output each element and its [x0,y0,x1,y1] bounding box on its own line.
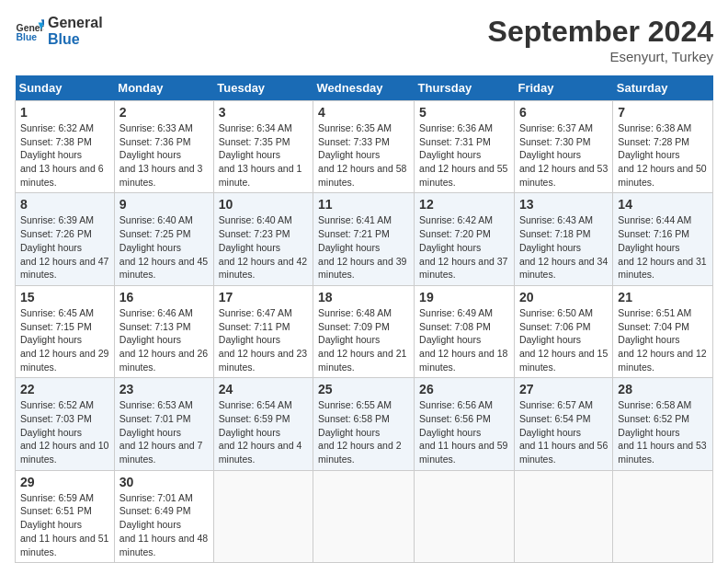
calendar-cell: 23 Sunrise: 6:53 AMSunset: 7:01 PMDaylig… [114,378,213,470]
day-number: 25 [318,382,409,396]
day-number: 27 [519,382,608,396]
day-of-week-monday: Monday [114,75,213,101]
day-info: Sunrise: 6:43 AMSunset: 7:18 PMDaylight … [519,213,608,281]
day-info: Sunrise: 6:53 AMSunset: 7:01 PMDaylight … [119,398,209,465]
day-info: Sunrise: 6:59 AMSunset: 6:51 PMDaylight … [20,491,109,558]
calendar-cell: 5 Sunrise: 6:36 AMSunset: 7:31 PMDayligh… [415,101,515,193]
calendar-cell: 26 Sunrise: 6:56 AMSunset: 6:56 PMDaylig… [415,378,515,470]
day-info: Sunrise: 6:32 AMSunset: 7:38 PMDaylight … [20,121,109,189]
calendar-cell [613,470,713,562]
day-number: 15 [20,290,109,304]
calendar-cell: 10 Sunrise: 6:40 AMSunset: 7:23 PMDaylig… [213,193,313,285]
day-number: 19 [419,290,509,304]
calendar-week-row: 22 Sunrise: 6:52 AMSunset: 7:03 PMDaylig… [16,378,713,470]
day-info: Sunrise: 6:38 AMSunset: 7:28 PMDaylight … [618,121,708,189]
day-info: Sunrise: 6:58 AMSunset: 6:52 PMDaylight … [618,398,708,465]
day-number: 29 [20,475,109,489]
day-info: Sunrise: 6:41 AMSunset: 7:21 PMDaylight … [318,213,409,281]
day-info: Sunrise: 6:46 AMSunset: 7:13 PMDaylight … [119,306,209,373]
day-number: 7 [618,105,708,120]
day-info: Sunrise: 6:40 AMSunset: 7:25 PMDaylight … [119,213,209,281]
calendar-cell: 3 Sunrise: 6:34 AMSunset: 7:35 PMDayligh… [213,101,313,193]
day-number: 10 [219,197,308,212]
day-info: Sunrise: 6:39 AMSunset: 7:26 PMDaylight … [20,213,109,281]
day-info: Sunrise: 6:48 AMSunset: 7:09 PMDaylight … [318,306,409,373]
calendar-cell [313,470,415,562]
calendar-cell: 12 Sunrise: 6:42 AMSunset: 7:20 PMDaylig… [415,193,515,285]
calendar-cell: 17 Sunrise: 6:47 AMSunset: 7:11 PMDaylig… [213,285,313,377]
calendar-cell: 6 Sunrise: 6:37 AMSunset: 7:30 PMDayligh… [514,101,612,193]
day-info: Sunrise: 6:54 AMSunset: 6:59 PMDaylight … [219,398,308,465]
day-number: 4 [318,105,409,120]
day-number: 13 [519,197,608,212]
calendar-week-row: 29 Sunrise: 6:59 AMSunset: 6:51 PMDaylig… [16,470,713,562]
day-info: Sunrise: 6:40 AMSunset: 7:23 PMDaylight … [219,213,308,281]
day-of-week-saturday: Saturday [613,75,713,101]
day-info: Sunrise: 7:01 AMSunset: 6:49 PMDaylight … [119,491,209,558]
day-number: 21 [618,290,708,304]
day-number: 11 [318,197,409,212]
day-number: 2 [119,105,209,120]
day-info: Sunrise: 6:44 AMSunset: 7:16 PMDaylight … [618,213,708,281]
calendar-cell [415,470,515,562]
day-info: Sunrise: 6:33 AMSunset: 7:36 PMDaylight … [119,121,209,189]
day-info: Sunrise: 6:34 AMSunset: 7:35 PMDaylight … [219,121,308,189]
day-number: 30 [119,475,209,489]
calendar-cell: 29 Sunrise: 6:59 AMSunset: 6:51 PMDaylig… [16,470,115,562]
calendar-cell: 13 Sunrise: 6:43 AMSunset: 7:18 PMDaylig… [514,193,612,285]
day-info: Sunrise: 6:55 AMSunset: 6:58 PMDaylight … [318,398,409,465]
day-of-week-tuesday: Tuesday [213,75,313,101]
day-of-week-wednesday: Wednesday [313,75,415,101]
calendar-week-row: 1 Sunrise: 6:32 AMSunset: 7:38 PMDayligh… [16,101,713,193]
calendar-cell: 7 Sunrise: 6:38 AMSunset: 7:28 PMDayligh… [613,101,713,193]
day-info: Sunrise: 6:57 AMSunset: 6:54 PMDaylight … [519,398,608,465]
day-of-week-sunday: Sunday [16,75,115,101]
calendar-cell: 16 Sunrise: 6:46 AMSunset: 7:13 PMDaylig… [114,285,213,377]
day-info: Sunrise: 6:45 AMSunset: 7:15 PMDaylight … [20,306,109,373]
day-info: Sunrise: 6:42 AMSunset: 7:20 PMDaylight … [419,213,509,281]
day-number: 17 [219,290,308,304]
day-number: 18 [318,290,409,304]
day-number: 16 [119,290,209,304]
calendar-cell: 9 Sunrise: 6:40 AMSunset: 7:25 PMDayligh… [114,193,213,285]
calendar-cell: 14 Sunrise: 6:44 AMSunset: 7:16 PMDaylig… [613,193,713,285]
calendar-cell: 22 Sunrise: 6:52 AMSunset: 7:03 PMDaylig… [16,378,115,470]
day-number: 9 [119,197,209,212]
calendar-cell: 15 Sunrise: 6:45 AMSunset: 7:15 PMDaylig… [16,285,115,377]
calendar-cell: 4 Sunrise: 6:35 AMSunset: 7:33 PMDayligh… [313,101,415,193]
calendar-week-row: 15 Sunrise: 6:45 AMSunset: 7:15 PMDaylig… [16,285,713,377]
day-number: 23 [119,382,209,396]
day-info: Sunrise: 6:37 AMSunset: 7:30 PMDaylight … [519,121,608,189]
calendar-cell: 28 Sunrise: 6:58 AMSunset: 6:52 PMDaylig… [613,378,713,470]
title-block: September 2024 Esenyurt, Turkey [488,15,713,64]
day-number: 22 [20,382,109,396]
calendar-cell: 11 Sunrise: 6:41 AMSunset: 7:21 PMDaylig… [313,193,415,285]
month-title: September 2024 [488,15,713,49]
page-header: General Blue General Blue September 2024… [15,15,713,64]
calendar-cell: 30 Sunrise: 7:01 AMSunset: 6:49 PMDaylig… [114,470,213,562]
day-number: 3 [219,105,308,120]
day-number: 14 [618,197,708,212]
day-info: Sunrise: 6:50 AMSunset: 7:06 PMDaylight … [519,306,608,373]
location-subtitle: Esenyurt, Turkey [488,49,713,64]
calendar-cell [213,470,313,562]
day-number: 26 [419,382,509,396]
calendar-header-row: SundayMondayTuesdayWednesdayThursdayFrid… [16,75,713,101]
day-number: 12 [419,197,509,212]
calendar-cell: 20 Sunrise: 6:50 AMSunset: 7:06 PMDaylig… [514,285,612,377]
calendar-cell: 1 Sunrise: 6:32 AMSunset: 7:38 PMDayligh… [16,101,115,193]
day-number: 24 [219,382,308,396]
day-of-week-friday: Friday [514,75,612,101]
day-info: Sunrise: 6:52 AMSunset: 7:03 PMDaylight … [20,398,109,465]
calendar-cell: 18 Sunrise: 6:48 AMSunset: 7:09 PMDaylig… [313,285,415,377]
day-info: Sunrise: 6:51 AMSunset: 7:04 PMDaylight … [618,306,708,373]
day-of-week-thursday: Thursday [415,75,515,101]
calendar-cell [514,470,612,562]
day-number: 5 [419,105,509,120]
day-info: Sunrise: 6:35 AMSunset: 7:33 PMDaylight … [318,121,409,189]
calendar-cell: 8 Sunrise: 6:39 AMSunset: 7:26 PMDayligh… [16,193,115,285]
day-number: 1 [20,105,109,120]
day-info: Sunrise: 6:49 AMSunset: 7:08 PMDaylight … [419,306,509,373]
day-info: Sunrise: 6:47 AMSunset: 7:11 PMDaylight … [219,306,308,373]
calendar-cell: 24 Sunrise: 6:54 AMSunset: 6:59 PMDaylig… [213,378,313,470]
